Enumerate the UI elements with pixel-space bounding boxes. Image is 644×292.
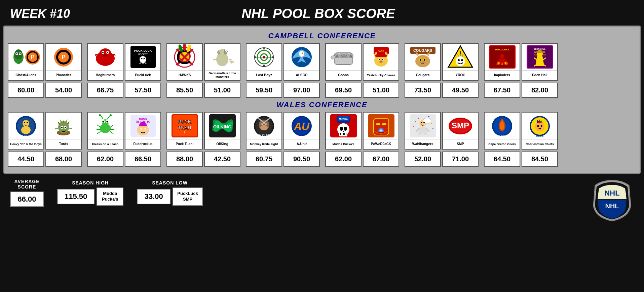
score-hogburners: 66.75 — [87, 83, 123, 98]
lostboyz-logo — [247, 44, 281, 71]
germanotta-name: Germanotta's Little Monsters — [205, 71, 240, 80]
wales-title: WALES CONFERENCE — [8, 100, 636, 109]
matchup-3: HAWK$ — [166, 43, 240, 81]
score-smp: 71.00 — [442, 152, 479, 167]
freaks-logo — [88, 113, 123, 139]
svg-text:COUGARS: COUGARS — [413, 48, 432, 52]
cougars-logo: COUGARS — [405, 44, 440, 71]
matchup-2: Hogburners PUCK LUCK HOCKEY — [87, 43, 161, 81]
germanotta-logo — [205, 44, 240, 71]
score-tkatchucky: 51.00 — [363, 83, 399, 98]
capebreton-name: Cape Breton Oilers — [488, 139, 517, 149]
campbell-teams-row: P Ghost/Aliens P — [8, 43, 636, 81]
svg-point-218 — [432, 128, 433, 129]
page-title: NHL POOL BOX SCORE — [70, 6, 567, 21]
svg-point-81 — [380, 61, 381, 62]
svg-point-234 — [540, 125, 542, 127]
score-aunit: 90.50 — [283, 152, 320, 167]
team-imploders: IMPLODERS Imploders — [484, 43, 520, 81]
svg-point-220 — [423, 122, 425, 123]
matchup-1: P Ghost/Aliens P — [8, 43, 82, 81]
edenhall-name: Eden Hall — [531, 71, 548, 80]
score-puckluck: 57.50 — [125, 83, 161, 98]
puckluck-name: PuckLuck — [134, 71, 151, 80]
score-lostboyz: 59.50 — [246, 83, 282, 98]
svg-point-20 — [103, 54, 108, 57]
svg-text:!: ! — [184, 131, 185, 135]
team-puckluck: PUCK LUCK HOCKEY PuckLuck — [125, 43, 161, 81]
team-germanotta: Germanotta's Little Monsters — [204, 43, 240, 81]
season-high-block: SEASON HIGH 115.50 MuddaPucka's — [57, 180, 123, 206]
oilking-name: OilKing — [216, 139, 229, 149]
svg-point-178 — [261, 123, 263, 125]
season-low-value: 33.00 — [137, 189, 171, 204]
svg-point-5 — [20, 53, 21, 54]
score-turds: 68.00 — [45, 152, 82, 167]
svg-text:OILKING: OILKING — [213, 124, 231, 129]
monkeyknife-name: Monkey Knife Fight — [250, 139, 279, 149]
score-ghost: 60.00 — [8, 83, 44, 98]
tkatchucky-name: Tkatchucky Cheese — [366, 71, 396, 80]
smp-logo: SMP — [443, 113, 478, 139]
score-capebreton: 64.50 — [484, 152, 520, 167]
svg-point-137 — [61, 127, 63, 128]
score-edenhall: 82.00 — [522, 83, 558, 98]
ghost-aliens-name: Ghost/Aliens — [15, 71, 37, 80]
hogburners-logo — [88, 44, 123, 71]
score-fuddruckus: 66.50 — [125, 152, 161, 167]
heavyd-name: Heavy "D" & the Boys — [9, 139, 42, 149]
team-capebreton: CAPE BRETON Cape Breton Oilers — [484, 112, 520, 150]
team-ghost-aliens: P Ghost/Aliens — [8, 43, 44, 81]
svg-point-124 — [24, 122, 25, 123]
svg-point-126 — [21, 126, 31, 134]
team-fuddruckus: BUDO RUCKUS — [125, 112, 161, 150]
score-muddapucka: 62.00 — [325, 152, 362, 167]
imploders-name: Imploders — [493, 71, 511, 80]
phanatics-logo: P — [46, 44, 81, 71]
wahlbangers-name: Wahlbangers — [412, 139, 434, 149]
svg-point-125 — [27, 122, 28, 123]
nhl-logo-container: NHL NHL — [590, 179, 634, 224]
hogburners-name: Hogburners — [95, 71, 116, 80]
nhl-logo: NHL NHL — [590, 179, 634, 222]
smp-name: SMP — [456, 139, 465, 149]
svg-text:N: N — [350, 55, 352, 58]
svg-point-21 — [104, 54, 105, 56]
score-alsco: 97.00 — [283, 83, 320, 98]
lostboyz-name: Lost Boyz — [255, 71, 273, 80]
hawks-name: HAWK$ — [178, 71, 191, 80]
svg-point-208 — [380, 130, 382, 131]
matchup-w3: PUCK TUAH ! Puck Tuah! — [166, 112, 240, 150]
team-lostboyz: Lost Boyz — [246, 43, 282, 81]
stats-area: AVERAGESCORE 66.00 SEASON HIGH 115.50 Mu… — [10, 179, 203, 207]
ghost-aliens-logo: P — [8, 44, 43, 71]
svg-text:NHL: NHL — [605, 202, 619, 210]
svg-point-94 — [420, 59, 421, 61]
fuddruckus-name: Fuddruckus — [132, 139, 153, 149]
svg-marker-133 — [60, 119, 62, 123]
phanatics-name: Phanatics — [55, 71, 72, 80]
yroc-logo: ! — [443, 44, 478, 71]
svg-point-233 — [537, 125, 539, 127]
score-oilking: 42.50 — [204, 152, 240, 167]
team-cougars: COUGARS — [405, 43, 441, 81]
matchup-w1: HEAVY "D" Heavy "D" & the Boys — [8, 112, 82, 150]
svg-text:HEAVY "D": HEAVY "D" — [21, 135, 31, 137]
turds-name: Turds — [58, 139, 69, 149]
team-edenhall: EDEN HALL WARRIORS HOCKEY CLUB — [522, 43, 558, 81]
svg-point-162 — [144, 129, 145, 130]
muddapucka-name: Mudda Pucka's — [332, 139, 355, 149]
team-smp: SMP SMP — [442, 112, 479, 150]
aunit-name: A-Unit — [296, 139, 307, 149]
svg-point-22 — [106, 54, 107, 56]
oilking-logo: OILKING — [205, 113, 240, 139]
fuddruckus-logo: BUDO RUCKUS — [125, 113, 160, 139]
score-heavyd: 44.50 — [8, 152, 44, 167]
svg-line-151 — [97, 131, 101, 134]
svg-text:O: O — [345, 55, 347, 58]
yroc-name: YROC — [455, 71, 466, 80]
aunit-logo: AU — [284, 113, 319, 139]
alsco-name: ALSCO — [295, 71, 308, 80]
average-score-block: AVERAGESCORE 66.00 — [10, 179, 44, 207]
svg-point-95 — [424, 59, 425, 61]
